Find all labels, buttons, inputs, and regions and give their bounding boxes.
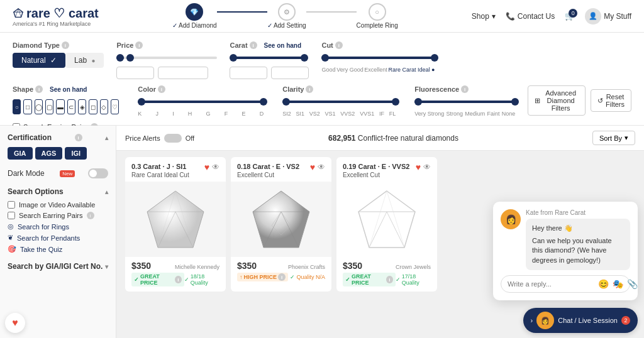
- shape-info-icon[interactable]: i: [35, 85, 43, 93]
- live-chat-button[interactable]: › 👩 Chat / Live Session 2: [523, 308, 638, 333]
- image-video-check[interactable]: [8, 201, 15, 209]
- card-2-heart-btn[interactable]: ♥: [310, 162, 315, 172]
- step-ring-label: Complete Ring: [357, 22, 398, 29]
- carat-slider-thumb-max[interactable]: [301, 54, 308, 62]
- carat-max-input[interactable]: 15: [271, 67, 309, 79]
- dark-mode-toggle[interactable]: [88, 168, 108, 178]
- high-price-info[interactable]: i: [278, 273, 286, 281]
- natural-check-icon: ✓: [50, 56, 57, 65]
- color-slider-thumb-min[interactable]: [138, 98, 145, 106]
- carat-min-input[interactable]: 0.15: [230, 67, 267, 79]
- shop-button[interactable]: Shop ▾: [472, 12, 496, 21]
- contact-us-button[interactable]: 📞 Contact Us: [506, 12, 555, 21]
- svg-line-20: [387, 191, 404, 248]
- lab-btn[interactable]: Lab ●: [65, 53, 104, 68]
- option-rings[interactable]: ◎ Search for Rings: [8, 222, 108, 231]
- cart-badge: 0: [569, 9, 577, 18]
- search-options-header[interactable]: Search Options ▴: [8, 187, 108, 196]
- cert-no-section: Search by GIA/IGI Cert No. ▾: [8, 262, 108, 271]
- step-add-diamond[interactable]: 💎 ✓ Add Diamond: [172, 3, 217, 29]
- price-slider-thumb-max[interactable]: [126, 54, 134, 62]
- cut-label-very-good: Very Good: [336, 67, 364, 73]
- step-add-setting[interactable]: ⚙ ✓ Add Setting: [267, 3, 306, 29]
- clarity-slider-thumb-min[interactable]: [282, 98, 290, 106]
- great-price-info-3[interactable]: i: [386, 276, 393, 283]
- price-info-icon[interactable]: i: [135, 41, 143, 49]
- shape-oval[interactable]: ◯: [35, 99, 43, 114]
- earring-check[interactable]: [8, 212, 15, 219]
- card-2-eye-btn[interactable]: 👁: [318, 162, 325, 172]
- clarity-info-icon[interactable]: i: [306, 85, 313, 93]
- carat-slider-thumb-min[interactable]: [230, 54, 237, 62]
- reset-icon: ↺: [597, 97, 603, 105]
- card-2-header: 0.18 Carat · E · VS2 Excellent Cut ♥ 👁: [231, 157, 331, 182]
- shape-round[interactable]: ○: [13, 99, 21, 114]
- option-pendants[interactable]: ❦ Search for Pendants: [8, 234, 108, 242]
- fluorescence-info-icon[interactable]: i: [461, 85, 469, 93]
- cut-slider-thumb-max[interactable]: [431, 54, 438, 62]
- chat-attach-btn[interactable]: 📎: [627, 279, 638, 289]
- price-alerts-toggle[interactable]: [164, 134, 182, 143]
- cert-gia-btn[interactable]: GIA: [8, 147, 33, 160]
- search-options-chevron-icon: ▴: [105, 188, 108, 195]
- fluor-slider-thumb-min[interactable]: [414, 98, 422, 106]
- certification-header[interactable]: Certification i ▴: [8, 133, 108, 142]
- chat-emoji-btn[interactable]: 😊: [598, 279, 609, 289]
- shape-cushion[interactable]: ▢: [45, 99, 53, 114]
- chat-reply-input[interactable]: [508, 280, 594, 288]
- shape-heart[interactable]: ♡: [111, 99, 119, 114]
- diamond-type-info-icon[interactable]: i: [62, 41, 69, 49]
- wishlist-button[interactable]: ♥: [5, 313, 25, 333]
- sort-by-button[interactable]: Sort By ▾: [592, 131, 635, 145]
- cut-slider-thumb-min[interactable]: [321, 54, 329, 62]
- shape-emerald[interactable]: ▬: [56, 99, 64, 114]
- price-min-input[interactable]: $350: [116, 67, 154, 79]
- logo[interactable]: rare ♡ carat: [13, 6, 99, 21]
- price-inputs: $350 $2,000,000: [116, 67, 217, 79]
- chat-sticker-btn[interactable]: 🎭: [613, 279, 623, 289]
- great-price-info[interactable]: i: [175, 276, 182, 283]
- option-quiz[interactable]: 🎯 Take the Quiz: [8, 245, 108, 253]
- card-1-heart-btn[interactable]: ♥: [204, 162, 209, 172]
- my-stuff-button[interactable]: 👤 My Stuff: [585, 8, 631, 25]
- cert-igi-btn[interactable]: IGI: [65, 147, 87, 160]
- quality-check-icon: ✓: [184, 276, 189, 283]
- step-complete-ring[interactable]: ○ Complete Ring: [357, 3, 398, 29]
- cart-button[interactable]: 🛒 0: [565, 11, 575, 21]
- shape-princess[interactable]: □: [23, 99, 31, 114]
- fluorescence-group: Fluorescence i Very Strong Strong Medium…: [414, 85, 515, 117]
- fluor-slider-thumb-max[interactable]: [511, 98, 519, 106]
- shape-marquise[interactable]: ◇: [100, 99, 108, 114]
- color-h: H: [188, 111, 192, 117]
- svg-marker-10: [253, 191, 309, 248]
- card-3-eye-btn[interactable]: 👁: [423, 162, 431, 172]
- cert-no-chevron-icon: ▾: [105, 263, 108, 270]
- carat-info-icon[interactable]: i: [250, 41, 257, 49]
- card-2-footer: $350 Phoenix Crafts ↑ HIGH PRICE i ✓ Qua…: [231, 257, 331, 286]
- cert-ags-btn[interactable]: AGS: [35, 147, 63, 160]
- see-on-hand-shape-link[interactable]: See on hand: [50, 86, 87, 93]
- natural-btn[interactable]: Natural ✓: [13, 53, 65, 68]
- rings-icon: ◎: [8, 222, 14, 231]
- price-max-input[interactable]: $2,000,000: [158, 67, 208, 79]
- cert-no-header[interactable]: Search by GIA/IGI Cert No. ▾: [8, 262, 108, 271]
- color-slider-thumb-max[interactable]: [260, 98, 267, 106]
- shape-asscher[interactable]: ◻: [89, 99, 97, 114]
- shape-pear[interactable]: ⊂: [67, 99, 75, 114]
- card-1-header: 0.3 Carat · J · SI1 Rare Carat Ideal Cut…: [125, 157, 226, 182]
- card-1-eye-btn[interactable]: 👁: [212, 162, 219, 172]
- cut-label: Cut i: [321, 41, 435, 49]
- price-slider-thumb-min[interactable]: [116, 54, 124, 62]
- cut-info-icon[interactable]: i: [335, 41, 343, 49]
- color-g: G: [206, 111, 211, 117]
- see-on-hand-link[interactable]: See on hand: [264, 42, 301, 49]
- reset-filters-btn[interactable]: ↺ Reset Filters: [591, 89, 631, 112]
- chevron-down-icon: ▾: [492, 12, 496, 21]
- advanced-filters-btn[interactable]: ⊞ Advanced Diamond Filters: [528, 85, 586, 116]
- card-3-heart-btn[interactable]: ♥: [416, 162, 421, 172]
- color-info-icon[interactable]: i: [158, 85, 165, 93]
- shape-radiant[interactable]: ◈: [78, 99, 86, 114]
- card-1-diamond-svg: [144, 188, 207, 251]
- clarity-slider-thumb-max[interactable]: [392, 98, 399, 106]
- earring-info-icon-2[interactable]: i: [87, 212, 94, 219]
